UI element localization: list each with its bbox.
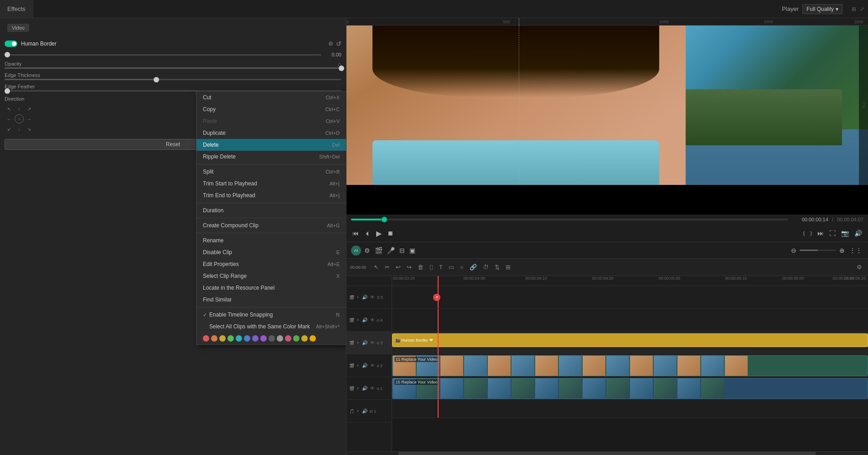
v5-eye[interactable]: 👁 xyxy=(370,294,375,300)
tl-undo-button[interactable]: ↩ xyxy=(393,262,403,272)
snapshot-button[interactable]: 📷 xyxy=(840,228,850,238)
tl-magnet-button[interactable]: ⟐ xyxy=(458,262,466,272)
v2-speaker[interactable]: 🔊 xyxy=(362,363,368,368)
swatch-red[interactable] xyxy=(203,335,209,342)
zoom-out-button[interactable]: ⊖ xyxy=(790,245,798,256)
ctx-same-color[interactable]: Select All Clips with the Same Color Mar… xyxy=(196,321,346,332)
opacity-slider[interactable] xyxy=(5,67,341,69)
dir-left[interactable]: ← xyxy=(5,114,14,123)
ctx-duration[interactable]: Duration xyxy=(196,204,346,216)
ctx-trim-start[interactable]: Trim Start to Playhead Alt+[ xyxy=(196,178,346,189)
v1-speaker[interactable]: 🔊 xyxy=(362,385,368,391)
caption-button[interactable]: ⊟ xyxy=(398,245,406,256)
v3-eye[interactable]: 👁 xyxy=(370,340,375,346)
a1-add[interactable]: + xyxy=(356,408,360,414)
swatch-indigo[interactable] xyxy=(252,335,258,342)
play-button[interactable]: ▶ xyxy=(375,228,383,239)
progress-thumb[interactable] xyxy=(382,217,387,222)
in-point-button[interactable]: { xyxy=(802,229,806,237)
v3-add[interactable]: + xyxy=(356,340,360,346)
clip-v2[interactable]: 11 Replace Your Video xyxy=(392,355,868,376)
dir-center[interactable]: ○ xyxy=(15,114,24,123)
step-back-button[interactable]: ⏴ xyxy=(363,228,372,238)
ctx-locate[interactable]: Locate in the Resource Panel xyxy=(196,282,346,294)
swatch-dark[interactable] xyxy=(269,335,275,342)
swatch-green[interactable] xyxy=(227,335,234,342)
overlay-button[interactable]: ▣ xyxy=(408,245,417,256)
v5-add[interactable]: + xyxy=(356,294,360,300)
v2-add[interactable]: + xyxy=(356,363,360,368)
v5-speaker[interactable]: 🔊 xyxy=(362,294,368,300)
swatch-purple[interactable] xyxy=(260,335,267,342)
ctx-select-range[interactable]: Select Clip Range X xyxy=(196,270,346,282)
v1-eye[interactable]: 👁 xyxy=(370,385,375,391)
swatch-gray[interactable] xyxy=(277,335,283,342)
effects-tab[interactable]: Effects xyxy=(0,0,33,18)
slider-track-0[interactable] xyxy=(5,54,321,56)
progress-track[interactable] xyxy=(351,219,788,220)
tl-box-button[interactable]: ▭ xyxy=(446,262,456,272)
dir-bottomleft[interactable]: ↙ xyxy=(5,124,14,133)
clip-button[interactable]: 🎬 xyxy=(373,245,384,256)
volume-button[interactable]: 🔊 xyxy=(853,228,863,238)
effect-toggle[interactable] xyxy=(5,41,17,47)
settings2-button[interactable]: ⚙ xyxy=(363,245,372,256)
ctx-delete[interactable]: Delete Del xyxy=(196,139,346,151)
grid-icon[interactable]: ⊞ xyxy=(852,6,856,12)
more-button[interactable]: ⋮⋮ xyxy=(848,245,863,256)
tl-settings-button[interactable]: ⚙ xyxy=(854,262,864,272)
edge-thickness-slider[interactable] xyxy=(5,79,341,80)
human-border-clip[interactable]: 🎬 Human Border ❤ xyxy=(392,333,868,347)
dir-right[interactable]: → xyxy=(25,114,34,123)
clip-v1[interactable]: 15 Replace Your Video xyxy=(392,378,868,399)
mic-button[interactable]: 🎤 xyxy=(386,245,396,256)
ctx-compound[interactable]: Create Compound Clip Alt+G xyxy=(196,220,346,231)
v4-eye[interactable]: 👁 xyxy=(370,317,375,323)
ctx-rename[interactable]: Rename xyxy=(196,235,346,246)
timeline-scrollbar[interactable] xyxy=(346,451,868,455)
quality-select[interactable]: Full Quality ▾ xyxy=(802,4,842,14)
zoom-track[interactable] xyxy=(800,250,836,251)
v4-speaker[interactable]: 🔊 xyxy=(362,317,368,323)
refresh-icon[interactable]: ↺ xyxy=(336,40,341,47)
ctx-split[interactable]: Split Ctrl+B xyxy=(196,166,346,178)
ai-button[interactable]: AI xyxy=(351,245,361,256)
swatch-yellow[interactable] xyxy=(219,335,226,342)
ctx-trim-end[interactable]: Trim End to Playhead Alt+] xyxy=(196,189,346,201)
dir-bottom[interactable]: ↓ xyxy=(15,124,24,133)
ctx-ripple-delete[interactable]: Ripple Delete Shift+Del xyxy=(196,151,346,163)
v3-speaker[interactable]: 🔊 xyxy=(362,340,368,346)
dir-bottomright[interactable]: ↘ xyxy=(25,124,34,133)
a1-speaker[interactable]: 🔊 xyxy=(362,408,368,414)
fullscreen-button[interactable]: ⛶ xyxy=(828,228,837,238)
swatch-pink[interactable] xyxy=(285,335,291,342)
tl-add-button[interactable]: ⊞ xyxy=(503,262,513,272)
tl-select-button[interactable]: ↖ xyxy=(372,262,381,272)
settings-icon[interactable]: ⚙ xyxy=(328,41,333,47)
tl-text-button[interactable]: T xyxy=(437,262,445,272)
tl-redo-button[interactable]: ↪ xyxy=(404,262,414,272)
ctx-duplicate[interactable]: Duplicate Ctrl+D xyxy=(196,127,346,139)
tl-clock-button[interactable]: ⏱ xyxy=(480,262,491,272)
tl-blade-button[interactable]: ✂ xyxy=(382,262,392,272)
tl-delete-button[interactable]: 🗑 xyxy=(415,262,426,272)
ctx-copy[interactable]: Copy Ctrl+C xyxy=(196,103,346,115)
dir-topleft[interactable]: ↖ xyxy=(5,104,14,113)
swatch-amber[interactable] xyxy=(301,335,308,342)
dir-top[interactable]: ↑ xyxy=(15,104,24,113)
ctx-edit-props[interactable]: Edit Properties Alt+E xyxy=(196,258,346,270)
swatch-orange[interactable] xyxy=(211,335,217,342)
v1-add[interactable]: + xyxy=(356,385,360,391)
scrollbar-thumb[interactable] xyxy=(398,452,816,455)
zoom-in-button[interactable]: ⊕ xyxy=(838,245,846,256)
swatch-teal[interactable] xyxy=(236,335,242,342)
out-point-button[interactable]: } xyxy=(809,229,813,237)
ctx-cut[interactable]: Cut Ctrl+X xyxy=(196,92,346,103)
dir-topright[interactable]: ↗ xyxy=(25,104,34,113)
swatch-blue[interactable] xyxy=(244,335,250,342)
rewind-button[interactable]: ⏮ xyxy=(351,228,360,238)
ctx-disable[interactable]: Disable Clip E xyxy=(196,246,346,258)
forward-button[interactable]: ⏭ xyxy=(816,228,825,238)
ctx-snapping[interactable]: ✓ Enable Timeline Snapping N xyxy=(196,309,346,321)
expand-icon[interactable]: ⤢ xyxy=(860,6,864,12)
